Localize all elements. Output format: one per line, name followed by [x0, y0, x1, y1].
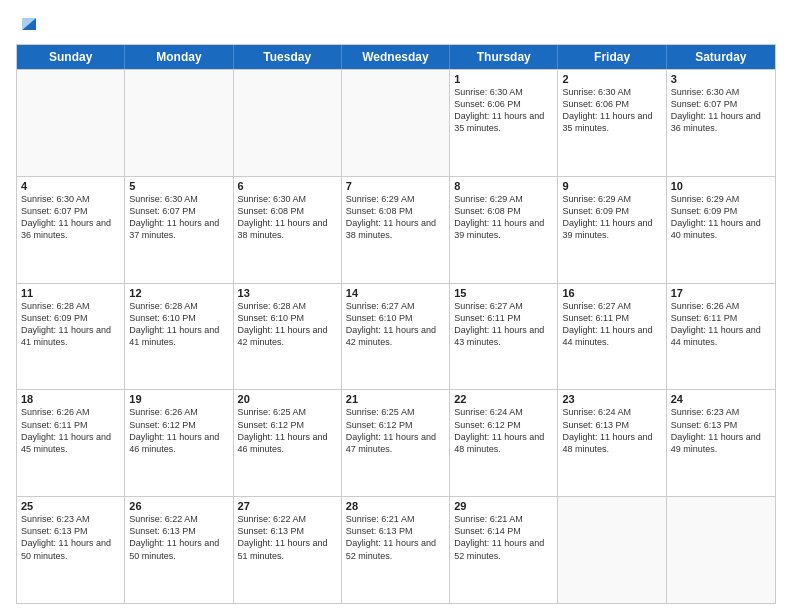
calendar-body: 1Sunrise: 6:30 AM Sunset: 6:06 PM Daylig…	[17, 69, 775, 603]
day-number: 13	[238, 287, 337, 299]
cal-header-wednesday: Wednesday	[342, 45, 450, 69]
cal-week-1: 4Sunrise: 6:30 AM Sunset: 6:07 PM Daylig…	[17, 176, 775, 283]
day-info: Sunrise: 6:26 AM Sunset: 6:12 PM Dayligh…	[129, 406, 228, 455]
cal-cell: 5Sunrise: 6:30 AM Sunset: 6:07 PM Daylig…	[125, 177, 233, 283]
calendar-page: SundayMondayTuesdayWednesdayThursdayFrid…	[0, 0, 792, 612]
day-info: Sunrise: 6:30 AM Sunset: 6:08 PM Dayligh…	[238, 193, 337, 242]
day-number: 1	[454, 73, 553, 85]
cal-cell: 2Sunrise: 6:30 AM Sunset: 6:06 PM Daylig…	[558, 70, 666, 176]
day-number: 26	[129, 500, 228, 512]
cal-cell: 24Sunrise: 6:23 AM Sunset: 6:13 PM Dayli…	[667, 390, 775, 496]
day-number: 10	[671, 180, 771, 192]
cal-cell	[234, 70, 342, 176]
day-info: Sunrise: 6:30 AM Sunset: 6:07 PM Dayligh…	[671, 86, 771, 135]
day-number: 14	[346, 287, 445, 299]
day-info: Sunrise: 6:25 AM Sunset: 6:12 PM Dayligh…	[238, 406, 337, 455]
cal-cell: 29Sunrise: 6:21 AM Sunset: 6:14 PM Dayli…	[450, 497, 558, 603]
day-info: Sunrise: 6:30 AM Sunset: 6:06 PM Dayligh…	[454, 86, 553, 135]
logo	[16, 12, 40, 38]
day-number: 7	[346, 180, 445, 192]
day-info: Sunrise: 6:24 AM Sunset: 6:13 PM Dayligh…	[562, 406, 661, 455]
day-number: 6	[238, 180, 337, 192]
day-info: Sunrise: 6:22 AM Sunset: 6:13 PM Dayligh…	[238, 513, 337, 562]
day-info: Sunrise: 6:28 AM Sunset: 6:10 PM Dayligh…	[238, 300, 337, 349]
cal-cell: 11Sunrise: 6:28 AM Sunset: 6:09 PM Dayli…	[17, 284, 125, 390]
cal-cell: 21Sunrise: 6:25 AM Sunset: 6:12 PM Dayli…	[342, 390, 450, 496]
day-info: Sunrise: 6:27 AM Sunset: 6:10 PM Dayligh…	[346, 300, 445, 349]
day-info: Sunrise: 6:23 AM Sunset: 6:13 PM Dayligh…	[671, 406, 771, 455]
cal-cell: 13Sunrise: 6:28 AM Sunset: 6:10 PM Dayli…	[234, 284, 342, 390]
day-number: 29	[454, 500, 553, 512]
cal-cell: 20Sunrise: 6:25 AM Sunset: 6:12 PM Dayli…	[234, 390, 342, 496]
cal-cell	[17, 70, 125, 176]
day-info: Sunrise: 6:29 AM Sunset: 6:09 PM Dayligh…	[671, 193, 771, 242]
header	[16, 12, 776, 38]
day-number: 3	[671, 73, 771, 85]
day-info: Sunrise: 6:28 AM Sunset: 6:09 PM Dayligh…	[21, 300, 120, 349]
cal-cell	[125, 70, 233, 176]
cal-cell: 22Sunrise: 6:24 AM Sunset: 6:12 PM Dayli…	[450, 390, 558, 496]
day-number: 25	[21, 500, 120, 512]
cal-cell: 6Sunrise: 6:30 AM Sunset: 6:08 PM Daylig…	[234, 177, 342, 283]
day-info: Sunrise: 6:29 AM Sunset: 6:09 PM Dayligh…	[562, 193, 661, 242]
day-number: 23	[562, 393, 661, 405]
day-number: 27	[238, 500, 337, 512]
cal-cell: 26Sunrise: 6:22 AM Sunset: 6:13 PM Dayli…	[125, 497, 233, 603]
day-number: 17	[671, 287, 771, 299]
cal-cell: 23Sunrise: 6:24 AM Sunset: 6:13 PM Dayli…	[558, 390, 666, 496]
day-info: Sunrise: 6:27 AM Sunset: 6:11 PM Dayligh…	[454, 300, 553, 349]
cal-cell: 8Sunrise: 6:29 AM Sunset: 6:08 PM Daylig…	[450, 177, 558, 283]
day-number: 28	[346, 500, 445, 512]
day-number: 21	[346, 393, 445, 405]
day-info: Sunrise: 6:21 AM Sunset: 6:14 PM Dayligh…	[454, 513, 553, 562]
cal-cell: 19Sunrise: 6:26 AM Sunset: 6:12 PM Dayli…	[125, 390, 233, 496]
cal-cell	[558, 497, 666, 603]
day-info: Sunrise: 6:28 AM Sunset: 6:10 PM Dayligh…	[129, 300, 228, 349]
cal-week-4: 25Sunrise: 6:23 AM Sunset: 6:13 PM Dayli…	[17, 496, 775, 603]
day-number: 16	[562, 287, 661, 299]
cal-cell: 25Sunrise: 6:23 AM Sunset: 6:13 PM Dayli…	[17, 497, 125, 603]
logo-triangle-icon	[18, 12, 40, 34]
day-number: 2	[562, 73, 661, 85]
day-number: 22	[454, 393, 553, 405]
cal-cell: 1Sunrise: 6:30 AM Sunset: 6:06 PM Daylig…	[450, 70, 558, 176]
cal-cell: 10Sunrise: 6:29 AM Sunset: 6:09 PM Dayli…	[667, 177, 775, 283]
cal-header-monday: Monday	[125, 45, 233, 69]
day-info: Sunrise: 6:30 AM Sunset: 6:07 PM Dayligh…	[21, 193, 120, 242]
day-info: Sunrise: 6:22 AM Sunset: 6:13 PM Dayligh…	[129, 513, 228, 562]
day-info: Sunrise: 6:27 AM Sunset: 6:11 PM Dayligh…	[562, 300, 661, 349]
day-info: Sunrise: 6:29 AM Sunset: 6:08 PM Dayligh…	[454, 193, 553, 242]
day-number: 18	[21, 393, 120, 405]
day-info: Sunrise: 6:29 AM Sunset: 6:08 PM Dayligh…	[346, 193, 445, 242]
cal-week-2: 11Sunrise: 6:28 AM Sunset: 6:09 PM Dayli…	[17, 283, 775, 390]
cal-cell	[667, 497, 775, 603]
cal-cell: 28Sunrise: 6:21 AM Sunset: 6:13 PM Dayli…	[342, 497, 450, 603]
day-number: 9	[562, 180, 661, 192]
day-number: 15	[454, 287, 553, 299]
day-info: Sunrise: 6:30 AM Sunset: 6:06 PM Dayligh…	[562, 86, 661, 135]
cal-cell: 18Sunrise: 6:26 AM Sunset: 6:11 PM Dayli…	[17, 390, 125, 496]
cal-cell: 17Sunrise: 6:26 AM Sunset: 6:11 PM Dayli…	[667, 284, 775, 390]
day-info: Sunrise: 6:26 AM Sunset: 6:11 PM Dayligh…	[671, 300, 771, 349]
cal-header-sunday: Sunday	[17, 45, 125, 69]
day-number: 4	[21, 180, 120, 192]
day-info: Sunrise: 6:25 AM Sunset: 6:12 PM Dayligh…	[346, 406, 445, 455]
day-number: 12	[129, 287, 228, 299]
day-info: Sunrise: 6:24 AM Sunset: 6:12 PM Dayligh…	[454, 406, 553, 455]
calendar-header-row: SundayMondayTuesdayWednesdayThursdayFrid…	[17, 45, 775, 69]
cal-cell: 3Sunrise: 6:30 AM Sunset: 6:07 PM Daylig…	[667, 70, 775, 176]
day-number: 20	[238, 393, 337, 405]
cal-cell	[342, 70, 450, 176]
cal-cell: 9Sunrise: 6:29 AM Sunset: 6:09 PM Daylig…	[558, 177, 666, 283]
cal-cell: 27Sunrise: 6:22 AM Sunset: 6:13 PM Dayli…	[234, 497, 342, 603]
day-info: Sunrise: 6:30 AM Sunset: 6:07 PM Dayligh…	[129, 193, 228, 242]
cal-header-friday: Friday	[558, 45, 666, 69]
day-number: 11	[21, 287, 120, 299]
day-info: Sunrise: 6:21 AM Sunset: 6:13 PM Dayligh…	[346, 513, 445, 562]
day-number: 8	[454, 180, 553, 192]
cal-week-3: 18Sunrise: 6:26 AM Sunset: 6:11 PM Dayli…	[17, 389, 775, 496]
day-number: 5	[129, 180, 228, 192]
day-number: 19	[129, 393, 228, 405]
cal-cell: 14Sunrise: 6:27 AM Sunset: 6:10 PM Dayli…	[342, 284, 450, 390]
cal-cell: 16Sunrise: 6:27 AM Sunset: 6:11 PM Dayli…	[558, 284, 666, 390]
